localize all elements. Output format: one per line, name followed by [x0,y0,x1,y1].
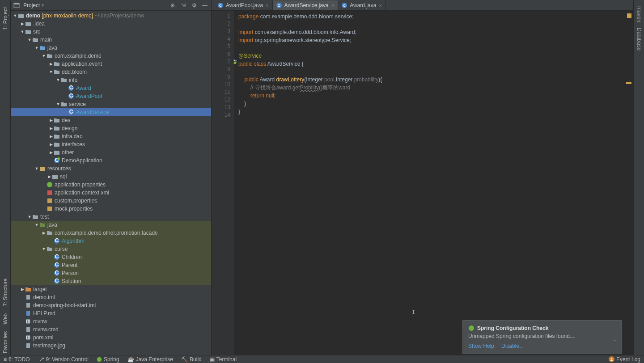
svg-rect-14 [47,207,52,211]
notification-message: Unmapped Spring configuration files foun… [468,333,616,339]
tree-service[interactable]: ▼service [11,100,211,108]
notification-title: Spring Configuration Check [477,325,548,331]
web-tool-button[interactable]: Web [1,310,9,328]
tree-children[interactable]: CChildren [11,253,211,261]
tree-test[interactable]: ▼test [11,213,211,221]
tree-pkg[interactable]: ▼com.example.demo [11,52,211,60]
tree-app-event[interactable]: ▶application.event [11,60,211,68]
spring-leaf-icon [468,325,475,331]
tab-awardservice[interactable]: CAwardService.java× [273,0,339,10]
database-tool-button[interactable]: Database [635,25,643,53]
tree-ddd[interactable]: ▼ddd.bloom [11,68,211,76]
chevron-down-icon[interactable]: ⌄ [613,337,617,342]
svg-text:C: C [69,85,73,91]
project-pane-title: Project [23,2,40,8]
editor-body[interactable]: 123 456 789 101112 1314 🍃 package com.ex… [212,11,633,363]
java-enterprise-tool-button[interactable]: ☕Java Enterprise [127,356,173,363]
svg-text:C: C [55,254,59,260]
left-tool-rail: 1: Project 7: Structure Web 2: Favorites [0,0,11,363]
svg-rect-26 [26,303,30,308]
tree-award[interactable]: CAward [11,84,211,92]
svg-rect-30 [26,327,30,332]
disable-link[interactable]: Disable... [501,343,524,349]
tree-des[interactable]: ▶des [11,116,211,124]
build-tool-button[interactable]: 🔨Build [181,356,202,363]
notification-balloon: Spring Configuration Check Unmapped Spri… [462,320,622,354]
svg-rect-27 [26,311,30,316]
tree-resources[interactable]: ▼resources [11,165,211,173]
svg-rect-13 [47,198,52,203]
structure-tool-button[interactable]: 7: Structure [1,275,9,310]
svg-text:m: m [26,334,30,340]
svg-text:m: m [26,318,30,324]
close-icon[interactable]: × [331,3,334,8]
hide-icon[interactable]: — [201,2,208,9]
tree-root[interactable]: ▼ demo [phx-moxiaolin-demo] ~/IdeaProjec… [11,12,211,20]
event-log-button[interactable]: 2Event Log [609,356,640,363]
tree-help[interactable]: HELP.md [11,309,211,317]
project-tool-button[interactable]: 1: Project [1,4,9,34]
tree-main[interactable]: ▼main [11,36,211,44]
spring-tool-button[interactable]: Spring [97,356,119,363]
tree-src[interactable]: ▼src [11,28,211,36]
tree-target[interactable]: ▶target [11,285,211,293]
tree-custprop[interactable]: custom.properties [11,197,211,205]
terminal-tool-button[interactable]: ▣Terminal [210,356,237,363]
tree-idea[interactable]: ▶.idea [11,20,211,28]
tree-interfaces[interactable]: ▶interfaces [11,140,211,148]
close-icon[interactable]: × [379,3,381,8]
maven-tool-button[interactable]: maven [635,4,643,25]
svg-point-35 [97,357,102,361]
svg-text:C: C [55,278,59,284]
project-tree[interactable]: ▼ demo [phx-moxiaolin-demo] ~/IdeaProjec… [11,11,211,363]
todo-tool-button[interactable]: ≡6: TODO [4,356,30,363]
project-view-icon [13,2,20,8]
svg-point-11 [47,182,52,187]
error-stripe-marker[interactable] [627,13,631,18]
gutter[interactable]: 123 456 789 101112 1314 [212,11,234,363]
tab-awardpool[interactable]: CAwardPool.java× [214,0,273,10]
editor-area: CAwardPool.java× CAwardService.java× CAw… [212,0,633,363]
warning-stripe-marker[interactable] [626,82,631,84]
tree-parent[interactable]: CParent [11,261,211,269]
svg-point-34 [469,325,474,331]
tree-testimg[interactable]: testImage.jpg [11,342,211,350]
close-icon[interactable]: × [266,3,268,8]
svg-rect-33 [26,343,30,348]
gear-icon[interactable]: ⚙ [191,2,198,9]
tree-design[interactable]: ▶design [11,124,211,132]
tree-spring-iml[interactable]: demo-spring-boot-start.iml [11,301,211,309]
tree-mvnw[interactable]: mmvnw [11,317,211,325]
tree-mockprop[interactable]: mock.properties [11,205,211,213]
tree-info[interactable]: ▼info [11,76,211,84]
tree-java[interactable]: ▼java [11,44,211,52]
tree-test-pkg[interactable]: ▶com.example.demo.other.promotion.facade [11,229,211,237]
tree-mvnwcmd[interactable]: mvnw.cmd [11,325,211,333]
editor-tabs: CAwardPool.java× CAwardService.java× CAw… [212,0,633,11]
tab-award[interactable]: CAward.java× [338,0,386,10]
tree-approp[interactable]: application.properties [11,181,211,189]
tree-algorithm[interactable]: CAlgorithm [11,237,211,245]
right-tool-rail: maven Database [633,0,644,363]
tree-awardservice[interactable]: CAwardService [11,108,211,116]
tree-demoiml[interactable]: demo.iml [11,293,211,301]
tree-demoapp[interactable]: CDemoApplication [11,156,211,165]
vcs-tool-button[interactable]: ⎇9: Version Control [38,356,89,363]
tree-appctx[interactable]: application-context.xml [11,189,211,197]
tree-test-java[interactable]: ▼java [11,221,211,229]
tree-awardpool[interactable]: CAwardPool [11,92,211,100]
tree-sql[interactable]: ▶sql [11,173,211,181]
tree-solution[interactable]: CSolution [11,277,211,285]
show-help-link[interactable]: Show Help [468,343,494,349]
svg-text:C: C [69,93,73,99]
tree-other[interactable]: ▶other [11,148,211,156]
tree-infra[interactable]: ▶infra.dao [11,132,211,140]
collapse-icon[interactable]: ⇲ [180,2,187,9]
locate-icon[interactable]: ⊕ [169,2,176,9]
svg-text:C: C [55,262,59,268]
svg-rect-25 [26,295,30,300]
tree-person[interactable]: CPerson [11,269,211,277]
svg-rect-12 [47,190,52,195]
tree-pom[interactable]: mpom.xml [11,333,211,342]
tree-curse[interactable]: ▼curse [11,245,211,253]
